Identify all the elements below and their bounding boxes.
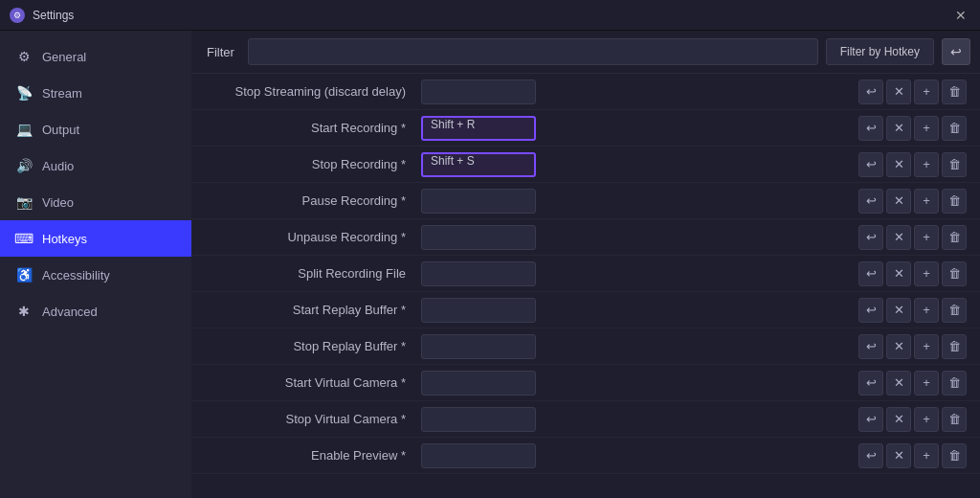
hotkey-row: Start Replay Buffer *↩✕+🗑 (191, 292, 980, 328)
hotkey-delete-button-5[interactable]: 🗑 (942, 261, 967, 286)
hotkey-delete-button-3[interactable]: 🗑 (942, 189, 967, 214)
sidebar-item-accessibility[interactable]: ♿Accessibility (0, 257, 191, 293)
hotkey-add-button-3[interactable]: + (914, 189, 939, 214)
hotkey-undo-button-0[interactable]: ↩ (858, 79, 883, 104)
sidebar-item-hotkeys[interactable]: ⌨Hotkeys (0, 220, 191, 257)
hotkey-label-9: Stop Virtual Camera * (191, 412, 421, 426)
hotkey-undo-button-8[interactable]: ↩ (858, 371, 883, 396)
hotkey-row: Stop Virtual Camera *↩✕+🗑 (191, 401, 980, 438)
hotkey-add-button-2[interactable]: + (914, 152, 939, 177)
hotkey-row: Stop Streaming (discard delay)↩✕+🗑 (191, 74, 980, 110)
hotkey-add-button-10[interactable]: + (914, 443, 939, 468)
hotkey-actions-9: ↩✕+🗑 (858, 407, 970, 432)
hotkey-undo-button-7[interactable]: ↩ (858, 334, 883, 359)
hotkey-undo-button-3[interactable]: ↩ (858, 189, 883, 214)
hotkey-clear-button-5[interactable]: ✕ (886, 261, 911, 286)
hotkey-delete-button-10[interactable]: 🗑 (942, 443, 967, 468)
sidebar-label-output: Output (42, 123, 79, 137)
hotkey-clear-button-3[interactable]: ✕ (886, 189, 911, 214)
close-button[interactable]: ✕ (951, 6, 970, 25)
hotkey-actions-4: ↩✕+🗑 (858, 225, 970, 250)
hotkey-add-button-8[interactable]: + (914, 371, 939, 396)
hotkey-bindings-6 (421, 298, 858, 323)
hotkey-binding-input-9[interactable] (421, 407, 536, 432)
hotkey-binding-input-1[interactable]: Shift + R (421, 116, 536, 141)
hotkey-add-button-7[interactable]: + (914, 334, 939, 359)
hotkey-delete-button-0[interactable]: 🗑 (942, 79, 967, 104)
sidebar-item-video[interactable]: 📷Video (0, 184, 191, 220)
hotkey-actions-6: ↩✕+🗑 (858, 298, 970, 323)
hotkey-bindings-5 (421, 261, 858, 286)
hotkey-actions-5: ↩✕+🗑 (858, 261, 970, 286)
hotkey-binding-input-4[interactable] (421, 225, 536, 250)
sidebar-item-general[interactable]: ⚙General (0, 38, 191, 75)
hotkey-binding-input-0[interactable] (421, 79, 536, 104)
hotkey-clear-button-10[interactable]: ✕ (886, 443, 911, 468)
hotkey-undo-button-5[interactable]: ↩ (858, 261, 883, 286)
hotkey-label-7: Stop Replay Buffer * (191, 339, 421, 353)
hotkey-delete-button-9[interactable]: 🗑 (942, 407, 967, 432)
filter-bar: Filter Filter by Hotkey ↩ (191, 31, 980, 74)
hotkey-undo-button-10[interactable]: ↩ (858, 443, 883, 468)
hotkey-add-button-1[interactable]: + (914, 116, 939, 141)
hotkey-binding-input-7[interactable] (421, 334, 536, 359)
hotkey-bindings-3 (421, 189, 858, 214)
hotkey-row: Split Recording File↩✕+🗑 (191, 256, 980, 292)
hotkey-binding-input-5[interactable] (421, 261, 536, 286)
back-button[interactable]: ↩ (942, 38, 970, 65)
hotkey-delete-button-8[interactable]: 🗑 (942, 371, 967, 396)
hotkey-actions-3: ↩✕+🗑 (858, 189, 970, 214)
hotkey-add-button-0[interactable]: + (914, 79, 939, 104)
hotkey-binding-input-10[interactable] (421, 443, 536, 468)
sidebar-item-output[interactable]: 💻Output (0, 111, 191, 147)
hotkey-binding-input-8[interactable] (421, 371, 536, 396)
hotkey-clear-button-1[interactable]: ✕ (886, 116, 911, 141)
hotkey-row: Start Virtual Camera *↩✕+🗑 (191, 365, 980, 401)
output-icon: 💻 (15, 121, 33, 138)
hotkey-undo-button-2[interactable]: ↩ (858, 152, 883, 177)
hotkey-clear-button-0[interactable]: ✕ (886, 79, 911, 104)
hotkey-delete-button-6[interactable]: 🗑 (942, 298, 967, 323)
hotkeys-icon: ⌨ (15, 230, 33, 247)
hotkey-clear-button-6[interactable]: ✕ (886, 298, 911, 323)
hotkey-clear-button-8[interactable]: ✕ (886, 371, 911, 396)
hotkey-undo-button-9[interactable]: ↩ (858, 407, 883, 432)
hotkey-clear-button-7[interactable]: ✕ (886, 334, 911, 359)
filter-input[interactable] (248, 38, 818, 65)
hotkey-clear-button-9[interactable]: ✕ (886, 407, 911, 432)
hotkey-clear-button-4[interactable]: ✕ (886, 225, 911, 250)
hotkey-delete-button-4[interactable]: 🗑 (942, 225, 967, 250)
hotkey-label-0: Stop Streaming (discard delay) (191, 84, 421, 99)
hotkey-add-button-9[interactable]: + (914, 407, 939, 432)
hotkey-label-3: Pause Recording * (191, 193, 421, 208)
hotkey-binding-input-2[interactable]: Shift + S (421, 152, 536, 177)
hotkey-row: Enable Preview *↩✕+🗑 (191, 438, 980, 474)
hotkey-binding-input-6[interactable] (421, 298, 536, 323)
filter-by-hotkey-button[interactable]: Filter by Hotkey (826, 38, 934, 65)
hotkey-delete-button-2[interactable]: 🗑 (942, 152, 967, 177)
hotkey-add-button-4[interactable]: + (914, 225, 939, 250)
hotkey-add-button-6[interactable]: + (914, 298, 939, 323)
hotkey-bindings-8 (421, 371, 858, 396)
hotkey-row: Unpause Recording *↩✕+🗑 (191, 219, 980, 256)
hotkey-label-2: Stop Recording * (191, 157, 421, 171)
hotkey-clear-button-2[interactable]: ✕ (886, 152, 911, 177)
sidebar-item-advanced[interactable]: ✱Advanced (0, 293, 191, 329)
hotkey-bindings-2: Shift + S (421, 152, 858, 177)
hotkey-undo-button-4[interactable]: ↩ (858, 225, 883, 250)
sidebar-item-audio[interactable]: 🔊Audio (0, 147, 191, 184)
sidebar-item-stream[interactable]: 📡Stream (0, 75, 191, 111)
hotkey-delete-button-7[interactable]: 🗑 (942, 334, 967, 359)
hotkey-undo-button-1[interactable]: ↩ (858, 116, 883, 141)
hotkey-binding-input-3[interactable] (421, 189, 536, 214)
hotkey-label-5: Split Recording File (191, 266, 421, 281)
advanced-icon: ✱ (15, 303, 33, 320)
hotkey-add-button-5[interactable]: + (914, 261, 939, 286)
hotkey-actions-7: ↩✕+🗑 (858, 334, 970, 359)
hotkey-actions-0: ↩✕+🗑 (858, 79, 970, 104)
hotkey-undo-button-6[interactable]: ↩ (858, 298, 883, 323)
title-bar: ⚙ Settings ✕ (0, 0, 980, 31)
hotkey-delete-button-1[interactable]: 🗑 (942, 116, 967, 141)
video-icon: 📷 (15, 193, 33, 211)
sidebar-label-audio: Audio (42, 159, 74, 173)
